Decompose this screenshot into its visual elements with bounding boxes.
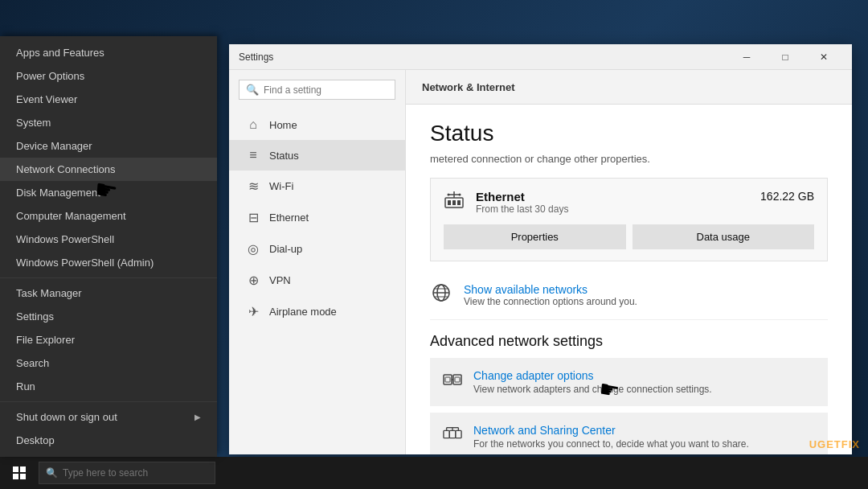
svg-rect-26 <box>20 466 26 472</box>
window-controls: ─ □ ✕ <box>728 44 842 70</box>
ethernet-name: Ethernet <box>476 190 749 203</box>
settings-search-input[interactable] <box>264 84 376 96</box>
close-button[interactable]: ✕ <box>805 44 842 70</box>
taskbar-search-icon: 🔍 <box>46 467 58 479</box>
sidebar-item-home[interactable]: ⌂ Home <box>229 109 405 140</box>
vpn-icon: ⊕ <box>245 273 261 288</box>
ethernet-nav-icon: ⊟ <box>245 210 261 225</box>
sharing-icon <box>443 425 462 447</box>
ethernet-size: 162.22 GB <box>760 190 814 203</box>
menu-item-shutdown[interactable]: Shut down or sign out ▶ <box>0 405 217 429</box>
watermark-highlight: GET <box>817 438 841 450</box>
svg-rect-2 <box>452 200 456 205</box>
menu-item-task-manager[interactable]: Task Manager <box>0 281 217 305</box>
settings-body: 🔍 ⌂ Home ≡ Status ≋ Wi-Fi ⊟ Ethernet ◎ <box>229 70 852 454</box>
sidebar-item-ethernet[interactable]: ⊟ Ethernet <box>229 202 405 233</box>
svg-rect-17 <box>455 377 460 382</box>
minimize-button[interactable]: ─ <box>728 44 765 70</box>
menu-item-system[interactable]: System <box>0 111 217 134</box>
show-networks-title[interactable]: Show available networks <box>464 283 828 296</box>
menu-item-file-explorer[interactable]: File Explorer <box>0 328 217 351</box>
sidebar-item-wifi-label: Wi-Fi <box>269 180 293 192</box>
page-title: Status <box>430 121 828 146</box>
sidebar-item-home-label: Home <box>269 119 297 131</box>
properties-button[interactable]: Properties <box>444 224 626 249</box>
menu-item-disk-management[interactable]: Disk Management <box>0 181 217 204</box>
menu-item-power-options[interactable]: Power Options <box>0 64 217 88</box>
ethernet-sub: From the last 30 days <box>476 203 749 215</box>
maximize-button[interactable]: □ <box>767 44 804 70</box>
svg-rect-16 <box>445 377 450 382</box>
change-adapter-title[interactable]: Change adapter options <box>473 369 815 382</box>
svg-rect-28 <box>20 474 26 479</box>
search-icon: 🔍 <box>246 84 259 96</box>
menu-item-network-connections[interactable]: Network Connections <box>0 158 217 181</box>
submenu-arrow: ▶ <box>194 413 201 421</box>
separator-2 <box>0 401 217 402</box>
network-globe-icon <box>430 282 452 308</box>
svg-rect-18 <box>444 430 449 438</box>
settings-content: Network & Internet Status metered connec… <box>406 70 852 454</box>
data-usage-button[interactable]: Data usage <box>633 224 815 249</box>
dialup-icon: ◎ <box>245 241 261 257</box>
menu-item-run[interactable]: Run <box>0 375 217 398</box>
advanced-section-title: Advanced network settings <box>430 333 828 350</box>
separator-1 <box>0 277 217 278</box>
sidebar-item-dialup[interactable]: ◎ Dial-up <box>229 233 405 265</box>
change-adapter-card[interactable]: Change adapter options View network adap… <box>430 358 828 406</box>
status-icon: ≡ <box>245 148 261 162</box>
home-icon: ⌂ <box>245 117 261 132</box>
show-networks-option[interactable]: Show available networks View the connect… <box>430 271 828 320</box>
show-networks-sub: View the connection options around you. <box>464 296 828 307</box>
menu-item-desktop[interactable]: Desktop <box>0 429 217 452</box>
sidebar-item-airplane-label: Airplane mode <box>269 306 337 318</box>
settings-subtitle: metered connection or change other prope… <box>430 153 828 165</box>
taskbar-search[interactable]: 🔍 <box>39 462 215 484</box>
network-sharing-title[interactable]: Network and Sharing Center <box>473 424 815 437</box>
sidebar-item-airplane[interactable]: ✈ Airplane mode <box>229 296 405 327</box>
section-header: Network & Internet <box>422 81 515 93</box>
adapter-icon <box>443 371 462 392</box>
ethernet-header: Ethernet From the last 30 days 162.22 GB <box>444 190 814 215</box>
watermark: UGETFIX <box>809 438 860 450</box>
taskbar: 🔍 <box>0 457 868 489</box>
settings-sidebar: 🔍 ⌂ Home ≡ Status ≋ Wi-Fi ⊟ Ethernet ◎ <box>229 70 406 454</box>
menu-item-computer-management[interactable]: Computer Management <box>0 204 217 228</box>
svg-rect-19 <box>449 430 455 438</box>
sidebar-item-wifi[interactable]: ≋ Wi-Fi <box>229 171 405 202</box>
menu-item-device-manager[interactable]: Device Manager <box>0 134 217 158</box>
network-sharing-info: Network and Sharing Center For the netwo… <box>473 424 815 450</box>
menu-item-event-viewer[interactable]: Event Viewer <box>0 88 217 111</box>
sidebar-item-status[interactable]: ≡ Status <box>229 140 405 171</box>
ethernet-buttons: Properties Data usage <box>444 224 814 249</box>
svg-rect-3 <box>457 200 461 205</box>
start-button[interactable] <box>0 457 39 489</box>
menu-item-apps-features[interactable]: Apps and Features <box>0 41 217 64</box>
settings-content-inner: Status metered connection or change othe… <box>406 105 852 454</box>
svg-point-6 <box>448 194 450 196</box>
menu-item-powershell[interactable]: Windows PowerShell <box>0 228 217 251</box>
network-option-info: Show available networks View the connect… <box>464 283 828 307</box>
ethernet-card: Ethernet From the last 30 days 162.22 GB… <box>430 178 828 261</box>
sidebar-item-ethernet-label: Ethernet <box>269 212 309 224</box>
airplane-icon: ✈ <box>245 304 261 319</box>
context-menu: Apps and Features Power Options Event Vi… <box>0 36 217 457</box>
watermark-prefix: U <box>809 438 817 450</box>
wifi-icon: ≋ <box>245 179 261 194</box>
taskbar-search-input[interactable] <box>63 467 207 479</box>
settings-search-container[interactable]: 🔍 <box>239 80 395 100</box>
menu-item-settings[interactable]: Settings <box>0 305 217 328</box>
network-sharing-card[interactable]: Network and Sharing Center For the netwo… <box>430 413 828 454</box>
menu-item-search[interactable]: Search <box>0 351 217 375</box>
svg-rect-24 <box>456 430 461 438</box>
change-adapter-sub: View network adapters and change connect… <box>473 384 815 395</box>
svg-rect-27 <box>13 474 18 479</box>
sidebar-item-vpn[interactable]: ⊕ VPN <box>229 265 405 296</box>
sidebar-item-vpn-label: VPN <box>269 274 291 286</box>
window-title: Settings <box>239 51 273 63</box>
menu-item-powershell-admin[interactable]: Windows PowerShell (Admin) <box>0 251 217 274</box>
window-titlebar: Settings ─ □ ✕ <box>229 44 852 70</box>
sidebar-item-dialup-label: Dial-up <box>269 243 302 255</box>
svg-point-7 <box>459 194 461 196</box>
watermark-suffix: FIX <box>841 438 860 450</box>
